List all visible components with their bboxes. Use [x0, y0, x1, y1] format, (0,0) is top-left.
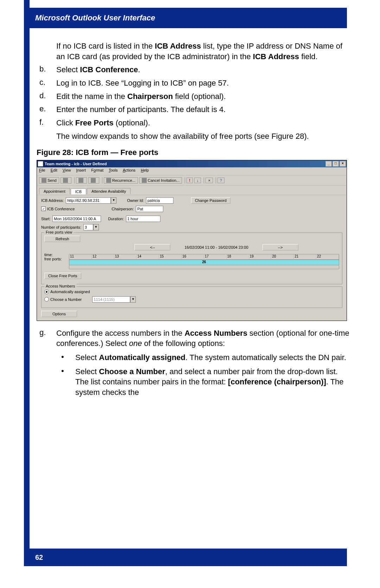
date-range: 16/02/2004 11:00 - 16/02/2004 23:00	[184, 245, 248, 249]
close-free-ports-button[interactable]: Close Free Ports	[44, 273, 81, 279]
dropdown-arrow-icon[interactable]: ▼	[111, 197, 116, 204]
menu-format[interactable]: Format	[91, 168, 103, 172]
step-f: Click Free Ports (optional).	[56, 118, 350, 128]
bullet-1: Select Automatically assigned. The syste…	[75, 352, 350, 363]
recurrence-button[interactable]: Recurrence...	[104, 177, 138, 184]
participants-label: Number of participants:	[41, 225, 81, 229]
bullet-icon: •	[61, 352, 75, 363]
choose-label: Choose a Number	[50, 297, 82, 302]
help-button[interactable]: ?	[217, 178, 224, 183]
cancel-invitation-button[interactable]: Cancel Invitation...	[139, 177, 182, 184]
choose-number-select[interactable]: 1114 (1115)▼	[92, 296, 136, 303]
minimize-button[interactable]: _	[325, 161, 332, 167]
delete-button[interactable]: ×	[205, 178, 213, 183]
menu-tools[interactable]: Tools	[109, 168, 118, 172]
free-ports-label: free ports:	[44, 257, 69, 261]
step-c: Log in to ICB. See “Logging in to ICB” o…	[56, 78, 350, 88]
owner-id-label: Owner Id:	[127, 198, 144, 203]
print-icon	[63, 178, 68, 183]
footer: 62	[24, 549, 347, 566]
step-letter-d: d.	[39, 91, 56, 102]
window-title: Team meeting - icb - User Defined	[45, 162, 107, 166]
toolbar: Send Recurrence... Cancel Invitation... …	[37, 175, 347, 186]
print-button[interactable]	[61, 177, 71, 184]
participants-select[interactable]: 3▼	[83, 224, 99, 230]
page-header: Microsoft Outlook User Interface	[24, 8, 347, 28]
step-letter-g: g.	[39, 328, 56, 349]
icb-address-select[interactable]: http://62.90.58.231▼	[66, 197, 116, 204]
menu-edit[interactable]: Edit	[51, 168, 57, 172]
importance-high-button[interactable]: !	[186, 178, 193, 183]
access-numbers-title: Access Numbers	[44, 284, 76, 288]
menu-view[interactable]: View	[63, 168, 71, 172]
screenshot-window: Team meeting - icb - User Defined _ □ × …	[37, 160, 347, 321]
figure-title: Figure 28: ICB form — Free ports	[37, 148, 350, 157]
start-field[interactable]: Mon 16/02/2004 11:00 A	[52, 216, 101, 222]
icb-address-label: ICB Address:	[41, 198, 64, 203]
bullet-2: Select Choose a Number, and select a num…	[75, 366, 350, 398]
chairperson-field[interactable]: Pat	[136, 206, 163, 212]
start-label: Start:	[41, 217, 50, 221]
choose-radio[interactable]	[44, 297, 49, 302]
tab-icb[interactable]: ICB	[71, 188, 86, 194]
access-numbers-group: Access Numbers Automatically assigned Ch…	[41, 286, 342, 308]
maximize-button[interactable]: □	[332, 161, 339, 167]
step-f-cont: The window expands to show the availabil…	[56, 131, 350, 142]
tool-icon-2[interactable]	[88, 177, 99, 184]
main-content: If no ICB card is listed in the ICB Addr…	[37, 38, 350, 401]
send-icon	[42, 178, 46, 183]
tab-bar: Appointment ICB Attendee Availability	[37, 186, 347, 195]
header-title: Microsoft Outlook User Interface	[35, 13, 155, 22]
recurrence-icon	[106, 178, 111, 183]
step-letter-f: f.	[39, 118, 56, 128]
chairperson-label: Chairperson:	[112, 207, 134, 211]
form-area: ICB Address: http://62.90.58.231▼ Owner …	[37, 195, 347, 321]
step-d: Edit the name in the Chairperson field (…	[56, 91, 350, 102]
free-ports-bar: 26	[69, 260, 339, 265]
icb-conference-label: ICB Conference	[47, 207, 75, 211]
menu-file[interactable]: File	[39, 168, 45, 172]
menu-actions[interactable]: Actions	[123, 168, 135, 172]
next-button[interactable]: -->	[262, 244, 298, 250]
duration-label: Duration:	[108, 217, 124, 221]
step-e: Enter the number of participants. The de…	[56, 104, 350, 115]
book-icon	[78, 178, 83, 183]
check-icon	[91, 178, 96, 183]
step-b: Select ICB Conference.	[56, 64, 350, 75]
owner-id-field[interactable]: patricia	[146, 197, 173, 204]
page-number: 62	[35, 553, 43, 562]
importance-low-button[interactable]: ↓	[194, 178, 201, 183]
titlebar: Team meeting - icb - User Defined _ □ ×	[37, 160, 347, 167]
dropdown-arrow-icon[interactable]: ▼	[93, 224, 99, 230]
dropdown-arrow-icon[interactable]: ▼	[130, 296, 136, 303]
menubar: File Edit View Insert Format Tools Actio…	[37, 167, 347, 175]
intro-text: If no ICB card is listed in the ICB Addr…	[56, 41, 350, 62]
auto-label: Automatically assigned	[50, 290, 90, 294]
close-button[interactable]: ×	[340, 161, 346, 167]
window-controls: _ □ ×	[325, 161, 346, 167]
cancel-icon	[142, 178, 147, 183]
bullet-icon: •	[61, 366, 75, 398]
step-letter-e: e.	[39, 104, 56, 115]
menu-help[interactable]: Help	[141, 168, 149, 172]
window-icon	[38, 161, 43, 167]
icb-conference-checkbox[interactable]: ✓	[41, 206, 46, 211]
menu-insert[interactable]: Insert	[76, 168, 86, 172]
tab-attendee[interactable]: Attendee Availability	[87, 188, 131, 194]
step-letter-b: b.	[39, 64, 56, 75]
change-password-button[interactable]: Change Password	[191, 197, 230, 204]
step-letter-c: c.	[39, 78, 56, 88]
prev-button[interactable]: <--	[134, 244, 170, 250]
refresh-button[interactable]: Refresh	[44, 236, 80, 242]
options-button[interactable]: Options	[41, 311, 77, 317]
time-label: time:	[44, 253, 69, 257]
tool-icon-1[interactable]	[76, 177, 87, 184]
step-g: Configure the access numbers in the Acce…	[56, 328, 350, 349]
tab-appointment[interactable]: Appointment	[39, 188, 70, 194]
left-blue-bar	[24, 0, 30, 550]
duration-field[interactable]: 1 hour	[126, 216, 160, 222]
timeline-ticks	[69, 265, 339, 269]
timeline-hours: 111213141516171819202122	[69, 254, 339, 260]
auto-radio[interactable]	[44, 290, 49, 294]
send-button[interactable]: Send	[39, 177, 59, 184]
